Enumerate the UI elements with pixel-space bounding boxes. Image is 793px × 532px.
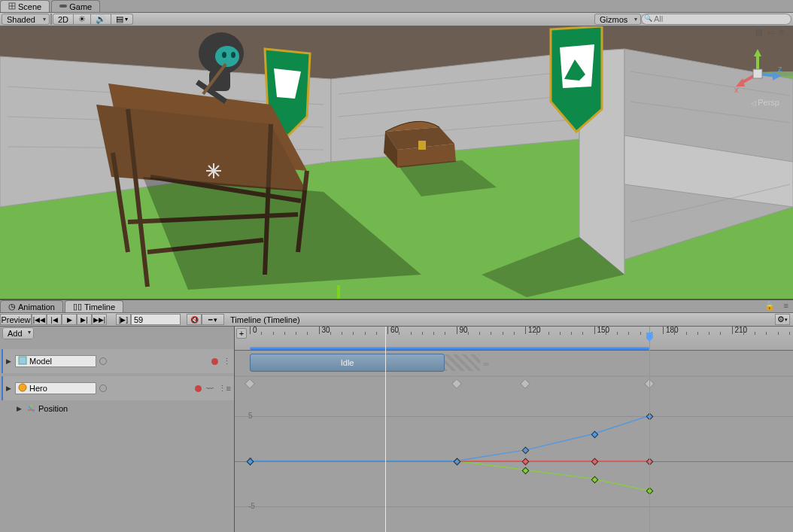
fx-dropdown[interactable]: ▤▾	[111, 14, 133, 25]
svg-point-40	[231, 52, 235, 58]
prev-frame-button[interactable]: |◀	[47, 314, 62, 325]
timeline-toolbar: Preview |◀◀ |◀ ▶ ▶| ▶▶| [▶] 🔇 ━ ▾ Timeli…	[0, 313, 793, 327]
track-fold-icon[interactable]: ▶	[6, 385, 15, 392]
lock-icon[interactable]: 🔒	[760, 300, 779, 312]
timeline-panel: ◷ Animation ▯▯ Timeline 🔒 ≡ Preview |◀◀ …	[0, 299, 793, 532]
scene-icon	[8, 2, 16, 11]
goto-start-button[interactable]: |◀◀	[32, 314, 47, 325]
curve-graph[interactable]	[235, 391, 793, 518]
gameobject-icon	[18, 383, 27, 394]
svg-point-39	[222, 52, 226, 58]
timeline-ruler[interactable]: + 0306090120150180210240	[235, 327, 793, 351]
scene-content	[0, 26, 793, 299]
game-icon	[59, 2, 67, 11]
gizmos-dropdown[interactable]: Gizmos	[594, 14, 641, 25]
goto-end-button[interactable]: ▶▶|	[92, 314, 107, 325]
audio-toggle[interactable]: 🔊	[91, 14, 111, 25]
tab-timeline[interactable]: ▯▯ Timeline	[65, 300, 123, 312]
tab-game[interactable]: Game	[51, 0, 100, 12]
gear-icon: ⚙	[777, 315, 785, 324]
track-list: Add ▶ Model ⋮ ▶ Hero	[0, 327, 235, 532]
viewport-aux-icons: ▤ ▭ ≡	[755, 28, 788, 37]
bottom-tabs: ◷ Animation ▯▯ Timeline 🔒 ≡	[0, 300, 793, 313]
timeline-area[interactable]: + 0306090120150180210240 Idle ∞ 50-5	[235, 327, 793, 532]
lighting-toggle[interactable]: ☀	[74, 14, 91, 25]
track-menu-icon[interactable]: ⋮	[223, 357, 231, 366]
tab-scene[interactable]: Scene	[0, 0, 50, 12]
frame-field[interactable]	[131, 314, 181, 325]
track-menu-icon[interactable]: ⋮≡	[218, 384, 231, 394]
track-fold-icon[interactable]: ▶	[6, 357, 15, 365]
record-button[interactable]	[195, 385, 202, 392]
play-range-button[interactable]: [▶]	[116, 314, 131, 325]
mute-audio-button[interactable]: 🔇	[187, 314, 202, 325]
svg-rect-27	[418, 141, 426, 150]
clip-idle[interactable]: Idle ∞	[250, 354, 445, 372]
scene-tabs: Scene Game	[0, 0, 793, 13]
avatar-mask-icon[interactable]	[99, 357, 107, 365]
clip-extrapolate-icon	[444, 354, 480, 371]
shading-dropdown[interactable]: Shaded	[2, 14, 50, 25]
timeline-icon: ▯▯	[73, 302, 82, 312]
timeline-asset-label: Timeline (Timeline)	[230, 315, 300, 324]
toolbar-sep	[50, 14, 52, 25]
track-hero[interactable]: ▶ Hero 〰 ⋮≡	[2, 376, 234, 400]
maximize-icon[interactable]: ▭	[767, 28, 776, 37]
svg-marker-54	[754, 49, 761, 56]
svg-rect-62	[19, 357, 26, 364]
tab-animation[interactable]: ◷ Animation	[0, 300, 63, 312]
scrub-cursor[interactable]	[649, 327, 650, 532]
svg-rect-52	[337, 285, 340, 297]
avatar-mask-icon[interactable]	[99, 385, 107, 392]
add-marker-button[interactable]: +	[236, 328, 247, 339]
lane-model[interactable]: Idle ∞	[235, 351, 793, 376]
play-range-bar[interactable]	[250, 347, 649, 350]
perspective-label[interactable]: Persp	[751, 98, 779, 107]
svg-text:z: z	[778, 64, 782, 73]
record-button[interactable]	[211, 358, 218, 365]
tab-scene-label: Scene	[18, 2, 41, 11]
track-binding-model[interactable]: Model	[15, 355, 96, 367]
scene-search[interactable]	[641, 14, 791, 25]
property-fold-icon[interactable]: ▶	[17, 405, 24, 412]
loop-icon: ∞	[483, 359, 489, 368]
curves-icon[interactable]: 〰	[206, 385, 214, 393]
keyframe-markers[interactable]	[235, 377, 793, 391]
preview-button[interactable]: Preview	[0, 314, 32, 325]
speaker-icon: 🔊	[96, 14, 106, 24]
next-frame-button[interactable]: ▶|	[77, 314, 92, 325]
orientation-gizmo[interactable]: x z	[731, 47, 784, 100]
svg-point-63	[19, 384, 26, 391]
track-model[interactable]: ▶ Model ⋮	[2, 349, 234, 373]
tab-game-label: Game	[69, 2, 92, 11]
add-track-button[interactable]: Add	[2, 327, 34, 339]
picture-icon: ▤	[116, 14, 123, 24]
layers-icon[interactable]: ▤	[755, 28, 764, 37]
svg-rect-59	[753, 69, 762, 78]
context-menu-icon[interactable]: ≡	[779, 28, 788, 37]
lane-hero-curves[interactable]: 50-5	[235, 376, 793, 527]
playhead[interactable]	[385, 327, 386, 532]
scene-viewport[interactable]: ▤ ▭ ≡ x z Persp	[0, 26, 793, 299]
scene-toolbar: Shaded 2D ☀ 🔊 ▤▾ Gizmos	[0, 13, 793, 26]
transform-icon	[27, 404, 35, 414]
track-binding-hero[interactable]: Hero	[15, 382, 96, 394]
btn-2d[interactable]: 2D	[53, 14, 74, 25]
timeline-settings-button[interactable]: ⚙▾	[775, 314, 790, 325]
property-position[interactable]: ▶ Position	[0, 402, 234, 415]
svg-text:x: x	[734, 85, 739, 94]
gameobject-icon	[18, 356, 27, 366]
snap-dropdown[interactable]: ━ ▾	[202, 314, 224, 325]
clock-icon: ◷	[8, 302, 16, 312]
scene-search-input[interactable]	[654, 14, 786, 23]
svg-point-38	[215, 46, 239, 67]
panel-menu-icon[interactable]: ≡	[779, 300, 793, 312]
sun-icon: ☀	[78, 14, 86, 24]
play-button[interactable]: ▶	[62, 314, 77, 325]
